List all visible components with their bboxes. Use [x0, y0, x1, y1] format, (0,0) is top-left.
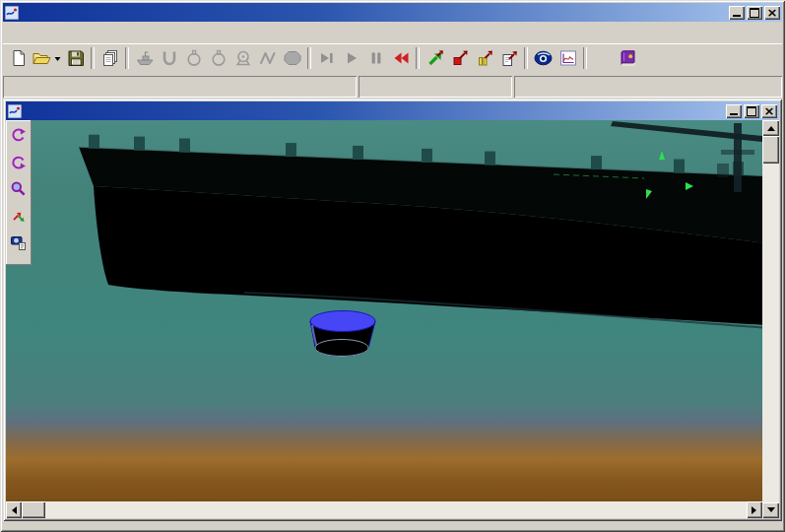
reset-icon — [499, 48, 519, 68]
3d-buoy-icon — [209, 48, 229, 68]
horizontal-scrollbar[interactable] — [6, 501, 762, 518]
replay-pause-button — [363, 46, 388, 70]
replay-play-button — [339, 46, 363, 70]
rotate-view-down-button[interactable] — [8, 150, 29, 174]
menu-view[interactable] — [58, 33, 72, 34]
menu-bar — [3, 24, 782, 42]
menu-window[interactable] — [113, 33, 127, 34]
pause-simulation-icon — [475, 48, 494, 68]
v-scrollbar-thumb[interactable] — [762, 136, 779, 164]
menu-tools[interactable] — [99, 33, 113, 34]
minimize-button[interactable] — [729, 6, 745, 20]
camera-settings-button[interactable] — [8, 230, 29, 254]
simulation-status-panel — [359, 76, 512, 98]
rotate-down-icon — [10, 154, 27, 170]
run-dynamics-button[interactable] — [447, 46, 472, 70]
save-floppy-icon — [66, 48, 86, 68]
buoy-bottom-face — [315, 340, 368, 357]
view3d-close-button[interactable]: × — [761, 104, 777, 118]
graph-window-icon — [558, 48, 578, 68]
run-dynamics-icon — [450, 48, 470, 68]
new-document-icon — [9, 48, 29, 68]
replay-step-button — [314, 46, 339, 70]
vessel-icon — [135, 48, 155, 68]
eye-icon — [533, 48, 554, 68]
scroll-down-button[interactable] — [762, 502, 779, 518]
run-statics-button[interactable] — [423, 46, 447, 70]
replay-time-panel — [3, 76, 357, 98]
help-button[interactable] — [616, 46, 640, 70]
6d-buoy-icon — [184, 48, 204, 68]
drag-view-button[interactable] — [8, 203, 29, 228]
line-icon — [160, 48, 179, 68]
menu-calculation[interactable] — [44, 33, 58, 34]
menu-results[interactable] — [86, 33, 99, 34]
orcaflex-app-icon — [5, 6, 19, 20]
pause-simulation-button[interactable] — [472, 46, 496, 70]
rewind-icon — [391, 48, 411, 68]
zoom-button[interactable] — [8, 176, 29, 201]
view3d-viewport[interactable] — [6, 120, 762, 501]
view-3d-button[interactable] — [531, 46, 556, 70]
magnifier-icon — [10, 180, 27, 197]
replay-rewind-button[interactable] — [388, 46, 413, 70]
open-button[interactable] — [31, 46, 63, 70]
winch-icon — [233, 48, 253, 68]
play-icon — [342, 48, 361, 68]
main-toolbar — [3, 43, 782, 73]
buoy-top-face — [310, 311, 375, 332]
workspace-button[interactable] — [556, 46, 580, 70]
new-6d-buoy-button — [181, 46, 206, 70]
pause-icon — [366, 48, 386, 68]
view3d-window-icon — [8, 104, 22, 118]
new-vessel-button — [132, 46, 157, 70]
new-document-button[interactable] — [6, 46, 31, 70]
position-panel — [514, 76, 782, 98]
view3d-maximize-button[interactable] — [744, 104, 759, 118]
menu-edit[interactable] — [17, 33, 31, 34]
maximize-button[interactable] — [747, 6, 762, 20]
help-book-icon — [618, 48, 638, 68]
rotate-up-icon — [10, 127, 27, 144]
camera-icon — [10, 233, 27, 250]
new-shape-button — [280, 46, 304, 70]
model-browser-icon — [100, 48, 120, 68]
save-button[interactable] — [63, 46, 88, 70]
view3d-window: × — [3, 99, 782, 521]
menu-file[interactable] — [3, 33, 17, 34]
scroll-up-button[interactable] — [762, 120, 779, 136]
open-folder-icon — [32, 48, 62, 68]
new-line-button — [157, 46, 181, 70]
orcaflex-main-window: × — [0, 0, 785, 532]
view3d-title-bar[interactable]: × — [6, 101, 779, 120]
new-winch-button — [230, 46, 255, 70]
reset-button[interactable] — [496, 46, 521, 70]
rotate-view-up-button[interactable] — [8, 123, 29, 148]
turret-buoy[interactable] — [310, 311, 375, 357]
h-scrollbar-thumb[interactable] — [22, 501, 45, 518]
vertical-scroll-track[interactable] — [762, 136, 779, 502]
menu-help[interactable] — [127, 33, 141, 34]
vertical-scrollbar[interactable] — [762, 120, 779, 518]
menu-graph[interactable] — [72, 33, 86, 34]
scroll-right-button[interactable] — [747, 501, 762, 518]
scroll-left-button[interactable] — [6, 501, 22, 518]
horizontal-scroll-track[interactable] — [22, 501, 747, 518]
main-title-bar[interactable]: × — [3, 3, 782, 22]
view3d-toolbar — [6, 120, 32, 265]
new-link-button — [255, 46, 280, 70]
model-browser-button[interactable] — [98, 46, 122, 70]
close-button[interactable]: × — [764, 6, 780, 20]
status-bar — [3, 75, 782, 98]
view3d-minimize-button[interactable] — [726, 104, 742, 118]
run-statics-icon — [425, 48, 445, 68]
drag-arrows-icon — [10, 207, 27, 224]
new-3d-buoy-button — [206, 46, 230, 70]
step-icon — [317, 48, 337, 68]
link-icon — [258, 48, 278, 68]
open-dropdown-arrow-icon — [55, 57, 61, 61]
menu-model[interactable] — [31, 33, 44, 34]
shape-icon — [283, 48, 302, 68]
